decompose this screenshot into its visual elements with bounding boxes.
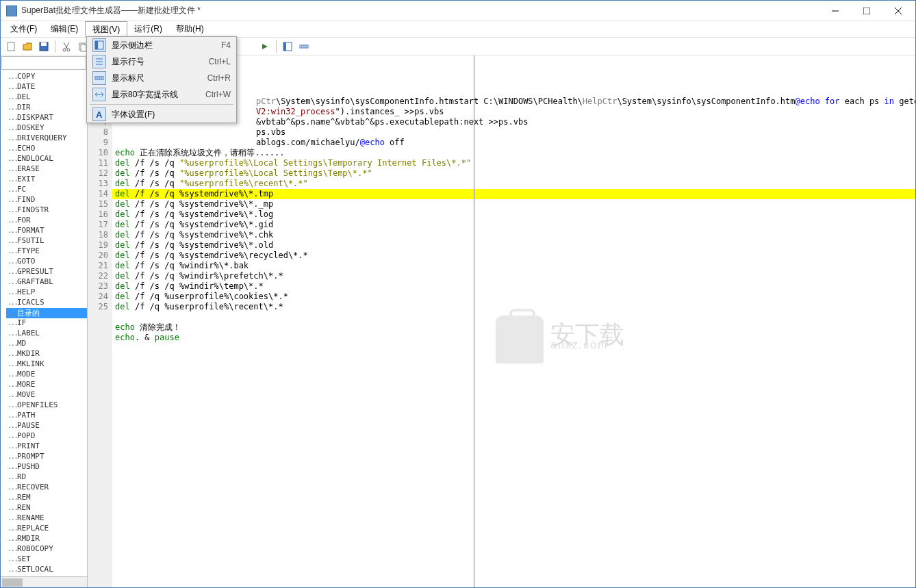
save-file-icon[interactable]: [36, 39, 51, 54]
code-line[interactable]: ablogs.com/michaelyu/@echo off: [112, 138, 915, 148]
command-item[interactable]: ERASE: [6, 164, 87, 175]
code-line[interactable]: del /f /s /q "%userprofile%\recent\*.*": [112, 179, 915, 189]
code-line[interactable]: del /f /s /q %systemdrive%\recycled\*.*: [112, 251, 915, 261]
code-line[interactable]: del /f /s /q %windir%\temp\*.*: [112, 281, 915, 292]
command-item[interactable]: MD: [6, 339, 87, 349]
command-item[interactable]: COPY: [6, 72, 87, 82]
command-list[interactable]: COPYDATEDELDIRDISKPARTDOSKEYDRIVERQUERYE…: [1, 71, 87, 576]
command-item[interactable]: PATH: [6, 411, 87, 421]
command-item[interactable]: DISKPART: [6, 113, 87, 123]
command-item[interactable]: ECHO: [6, 144, 87, 154]
command-item[interactable]: REN: [6, 503, 87, 513]
code-line[interactable]: ps.vbs: [112, 127, 915, 138]
view-menu-item-3[interactable]: 显示80字宽提示线Ctrl+W: [87, 86, 236, 103]
command-item[interactable]: SETLOCAL: [6, 565, 87, 575]
sidebar-search-input[interactable]: [1, 56, 86, 70]
code-line[interactable]: [112, 312, 915, 322]
code-line[interactable]: del /f /s /q %systemdrive%\*.old: [112, 240, 915, 251]
command-item[interactable]: MORE: [6, 380, 87, 390]
svg-rect-14: [283, 42, 286, 51]
view-menu-item-1[interactable]: 显示行号Ctrl+L: [87, 53, 236, 70]
command-item[interactable]: DEL: [6, 92, 87, 103]
maximize-button[interactable]: [851, 1, 882, 21]
command-item[interactable]: FORMAT: [6, 226, 87, 236]
code-line[interactable]: del /f /s /q %systemdrive%\*.log: [112, 209, 915, 220]
code-line[interactable]: del /f /q %userprofile%\cookies\*.*: [112, 292, 915, 302]
toggle-sidebar-icon[interactable]: [280, 39, 295, 54]
code-line[interactable]: del /f /s /q %systemdrive%\*.chk: [112, 230, 915, 240]
code-area[interactable]: 678910111213141516171819202122232425 安下载…: [88, 55, 915, 587]
new-file-icon[interactable]: [3, 39, 18, 54]
open-file-icon[interactable]: [20, 39, 35, 54]
command-item[interactable]: MODE: [6, 370, 87, 380]
command-item[interactable]: PRINT: [6, 442, 87, 452]
command-item[interactable]: REPLACE: [6, 524, 87, 534]
line-number-gutter: 678910111213141516171819202122232425: [88, 55, 112, 587]
command-item[interactable]: ENDLOCAL: [6, 154, 87, 164]
command-item[interactable]: FOR: [6, 216, 87, 226]
command-item[interactable]: PROMPT: [6, 452, 87, 462]
command-item[interactable]: IF: [6, 318, 87, 329]
command-item[interactable]: FC: [6, 185, 87, 195]
command-item[interactable]: SET: [6, 554, 87, 565]
command-item[interactable]: PAUSE: [6, 421, 87, 431]
line-number: 22: [88, 271, 108, 281]
code-line[interactable]: [112, 343, 915, 353]
command-item[interactable]: OPENFILES: [6, 400, 87, 411]
code-line[interactable]: del /f /s /q %systemdrive%\*.gid: [112, 220, 915, 230]
code-line[interactable]: echo 清除完成！: [112, 322, 915, 333]
command-item[interactable]: GRAFTABL: [6, 277, 87, 287]
command-item[interactable]: FTYPE: [6, 246, 87, 257]
command-item[interactable]: LABEL: [6, 329, 87, 339]
view-menu-item-0[interactable]: 显示侧边栏F4: [87, 37, 236, 53]
command-item[interactable]: FINDSTR: [6, 205, 87, 216]
command-item[interactable]: PUSHD: [6, 462, 87, 472]
command-item[interactable]: MKLINK: [6, 359, 87, 370]
code-line[interactable]: del /f /q %userprofile%\recent\*.*: [112, 302, 915, 312]
menu-item-1[interactable]: 编辑(E): [44, 21, 85, 37]
code-line[interactable]: echo. & pause: [112, 333, 915, 343]
menu-item-4[interactable]: 帮助(H): [169, 21, 211, 37]
code-lines[interactable]: 安下载anxz.com pCtr\System\sysinfo\sysCompo…: [112, 55, 915, 587]
arrow-right-icon[interactable]: [257, 39, 272, 54]
code-line[interactable]: del /f /s /q %windir%\prefetch\*.*: [112, 271, 915, 281]
command-item[interactable]: DATE: [6, 82, 87, 92]
cut-icon[interactable]: [59, 39, 74, 54]
toggle-ruler-icon[interactable]: [296, 39, 311, 54]
command-item[interactable]: MOVE: [6, 390, 87, 400]
command-item[interactable]: GOTO: [6, 257, 87, 267]
line-number: 9: [88, 138, 108, 148]
command-item[interactable]: RECOVER: [6, 483, 87, 493]
command-item[interactable]: RENAME: [6, 513, 87, 524]
command-item[interactable]: DRIVERQUERY: [6, 133, 87, 144]
code-line[interactable]: del /f /s /q %systemdrive%\*._mp: [112, 199, 915, 209]
command-item[interactable]: FSUTIL: [6, 236, 87, 246]
command-item[interactable]: REM: [6, 493, 87, 503]
command-item[interactable]: RD: [6, 472, 87, 483]
command-item[interactable]: GPRESULT: [6, 267, 87, 277]
menu-item-3[interactable]: 运行(R): [127, 21, 169, 37]
menu-item-2[interactable]: 视图(V): [85, 21, 127, 37]
command-item[interactable]: RMDIR: [6, 534, 87, 544]
command-item[interactable]: HELP: [6, 287, 87, 298]
command-item[interactable]: POPD: [6, 431, 87, 442]
command-item[interactable]: ICACLS: [6, 298, 87, 308]
command-item[interactable]: DOSKEY: [6, 123, 87, 133]
command-item[interactable]: ROBOCOPY: [6, 544, 87, 554]
view-menu-font-settings[interactable]: A字体设置(F): [87, 106, 236, 123]
code-line[interactable]: del /f /s /q %systemdrive%\*.tmp: [112, 189, 915, 199]
minimize-button[interactable]: [819, 1, 851, 21]
code-line[interactable]: del /f /s /q %windir%\*.bak: [112, 261, 915, 271]
menu-item-0[interactable]: 文件(F): [3, 21, 44, 37]
code-line[interactable]: del /f /s /q "%userprofile%\Local Settin…: [112, 158, 915, 168]
command-item[interactable]: EXIT: [6, 175, 87, 185]
command-item[interactable]: 目录的: [6, 308, 87, 318]
code-line[interactable]: del /f /s /q "%userprofile%\Local Settin…: [112, 168, 915, 179]
sidebar-hscrollbar[interactable]: [1, 576, 87, 587]
view-menu-item-2[interactable]: 显示标尺Ctrl+R: [87, 70, 236, 86]
command-item[interactable]: DIR: [6, 103, 87, 113]
code-line[interactable]: echo 正在清除系统垃圾文件，请稍等......: [112, 148, 915, 158]
command-item[interactable]: MKDIR: [6, 349, 87, 359]
command-item[interactable]: FIND: [6, 195, 87, 205]
close-button[interactable]: [882, 1, 914, 21]
